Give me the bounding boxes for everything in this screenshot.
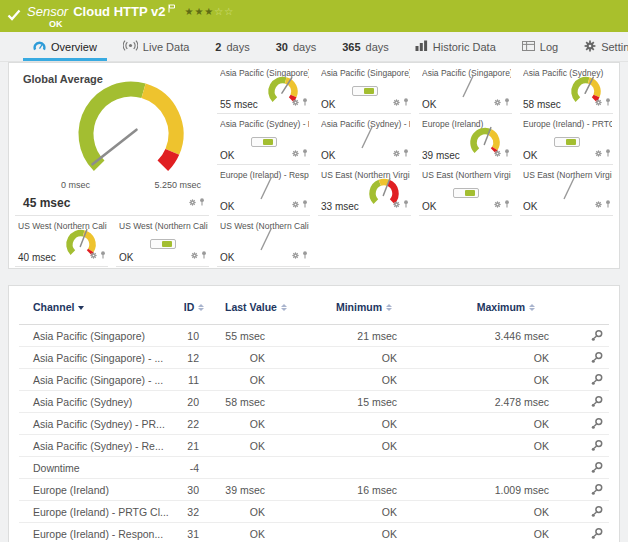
- channel-gauge-tile[interactable]: US East (Northern Virginia) - ...OK: [419, 165, 512, 216]
- tab-historic-data[interactable]: Historic Data: [402, 32, 509, 61]
- channel-row[interactable]: Downtime-4: [19, 457, 609, 479]
- channel-gauge-tile[interactable]: Europe (Ireland) - Response C...OK: [217, 165, 310, 216]
- channel-row[interactable]: Europe (Ireland) - Respon...31OKOKOK: [19, 523, 609, 542]
- channel-gauge-tile[interactable]: Asia Pacific (Sydney) - Respo...OK: [318, 114, 411, 165]
- tab-overview[interactable]: Overview: [20, 32, 110, 61]
- tile-gear-icon[interactable]: [292, 143, 299, 161]
- channel-gauge-tile[interactable]: Europe (Ireland)39 msec: [419, 114, 512, 165]
- tile-pin-icon[interactable]: [403, 194, 409, 212]
- tile-gear-icon[interactable]: [494, 194, 501, 212]
- tile-pin-icon[interactable]: [302, 245, 308, 263]
- channel-row[interactable]: Asia Pacific (Sydney)2058 msec15 msec2.4…: [19, 391, 609, 413]
- channel-gauge-tile[interactable]: US East (Northern Virginia)33 msec: [318, 165, 411, 216]
- channel-settings-wrench-icon[interactable]: [579, 395, 615, 408]
- tile-pin-icon[interactable]: [302, 194, 308, 212]
- tile-gear-icon[interactable]: [292, 92, 299, 110]
- channel-settings-wrench-icon[interactable]: [579, 461, 615, 474]
- tab-live-data[interactable]: Live Data: [110, 32, 202, 61]
- channel-settings-wrench-icon[interactable]: [579, 373, 615, 386]
- last-value-cell: OK: [217, 440, 295, 452]
- priority-stars[interactable]: ★★★☆☆: [184, 7, 234, 17]
- channel-gauge-tile[interactable]: Asia Pacific (Singapore) - PR...OK: [318, 63, 411, 114]
- tile-pin-icon[interactable]: [605, 194, 611, 212]
- tile-gear-icon[interactable]: [393, 194, 400, 212]
- channel-gauge-tile[interactable]: Asia Pacific (Sydney)58 msec: [520, 63, 613, 114]
- tab-log[interactable]: Log: [509, 32, 571, 61]
- last-value-cell: OK: [217, 374, 295, 386]
- tile-pin-icon[interactable]: [504, 143, 510, 161]
- tile-gear-icon[interactable]: [393, 92, 400, 110]
- tile-gear-icon[interactable]: [292, 245, 299, 263]
- column-header-min[interactable]: Minimum: [295, 302, 433, 313]
- last-value-cell: 58 msec: [217, 396, 295, 408]
- tile-gear-icon[interactable]: [595, 92, 602, 110]
- tile-gear-icon[interactable]: [595, 143, 602, 161]
- channel-settings-wrench-icon[interactable]: [579, 351, 615, 364]
- channel-name-cell: Asia Pacific (Sydney) - Re...: [19, 440, 171, 452]
- tile-title: US West (Northern California)...: [119, 221, 208, 231]
- tile-pin-icon[interactable]: [302, 143, 308, 161]
- minimum-cell: OK: [295, 440, 433, 452]
- tile-gear-icon[interactable]: [292, 194, 299, 212]
- tile-pin-icon[interactable]: [100, 245, 106, 263]
- tile-gear-icon[interactable]: [393, 143, 400, 161]
- channel-row[interactable]: Europe (Ireland)3039 msec16 msec1.009 ms…: [19, 479, 609, 501]
- tile-pin-icon[interactable]: [199, 192, 205, 210]
- tile-pin-icon[interactable]: [201, 245, 207, 263]
- tile-gear-icon[interactable]: [595, 194, 602, 212]
- tile-gear-icon[interactable]: [90, 245, 97, 263]
- channel-gauge-tile[interactable]: Asia Pacific (Sydney) - PRTG ...OK: [217, 114, 310, 165]
- channel-row[interactable]: Asia Pacific (Sydney) - Re...21OKOKOK: [19, 435, 609, 457]
- channel-row[interactable]: Asia Pacific (Singapore) - ...11OKOKOK: [19, 369, 609, 391]
- flag-icon[interactable]: [168, 1, 176, 16]
- tile-gear-icon[interactable]: [494, 143, 501, 161]
- minimum-cell: OK: [295, 418, 433, 430]
- tab-2-days[interactable]: 2days: [202, 32, 262, 61]
- channel-row[interactable]: Europe (Ireland) - PRTG Cl...32OKOKOK: [19, 501, 609, 523]
- gauge-tile-grid: Global Average0 msec5.250 msec45 msecAsi…: [9, 63, 619, 267]
- tile-gear-icon[interactable]: [191, 245, 198, 263]
- tab-bar: OverviewLive Data2days30days365daysHisto…: [0, 32, 628, 62]
- channel-settings-wrench-icon[interactable]: [579, 527, 615, 540]
- tile-pin-icon[interactable]: [403, 143, 409, 161]
- channel-gauge-tile[interactable]: US West (Northern California)40 msec: [15, 216, 108, 267]
- channel-settings-wrench-icon[interactable]: [579, 505, 615, 518]
- settings-gear-icon: [584, 40, 596, 54]
- channel-settings-wrench-icon[interactable]: [579, 417, 615, 430]
- tab-label: days: [366, 41, 389, 53]
- tab-settings[interactable]: Settings: [571, 32, 628, 61]
- channel-row[interactable]: Asia Pacific (Singapore) - ...12OKOKOK: [19, 347, 609, 369]
- tile-value: OK: [523, 150, 537, 161]
- tile-pin-icon[interactable]: [504, 194, 510, 212]
- last-value-cell: OK: [217, 352, 295, 364]
- channel-gauge-tile[interactable]: US West (Northern California)...OK: [217, 216, 310, 267]
- tab-30-days[interactable]: 30days: [263, 32, 330, 61]
- tile-pin-icon[interactable]: [605, 143, 611, 161]
- channel-gauge-tile[interactable]: US East (Northern Virginia) - ...OK: [520, 165, 613, 216]
- column-header-last[interactable]: Last Value: [217, 302, 295, 313]
- channel-id-cell: 20: [171, 396, 217, 408]
- tile-pin-icon[interactable]: [403, 92, 409, 110]
- channel-row[interactable]: Asia Pacific (Singapore)1055 msec21 msec…: [19, 325, 609, 347]
- channel-settings-wrench-icon[interactable]: [579, 483, 615, 496]
- global-average-gauge-tile[interactable]: Global Average0 msec5.250 msec45 msec: [15, 63, 209, 216]
- channel-row[interactable]: Asia Pacific (Sydney) - PR...22OKOKOK: [19, 413, 609, 435]
- column-header-channel[interactable]: Channel: [19, 302, 171, 313]
- channel-gauge-tile[interactable]: Europe (Ireland) - PRTG Cloud...OK: [520, 114, 613, 165]
- channel-gauge-tile[interactable]: US West (Northern California)...OK: [116, 216, 209, 267]
- channel-gauge-tile[interactable]: Asia Pacific (Singapore)55 msec: [217, 63, 310, 114]
- column-header-id[interactable]: ID: [171, 302, 217, 313]
- tile-pin-icon[interactable]: [504, 92, 510, 110]
- tile-pin-icon[interactable]: [302, 92, 308, 110]
- minimum-cell: 16 msec: [295, 484, 433, 496]
- tile-gear-icon[interactable]: [494, 92, 501, 110]
- channel-settings-wrench-icon[interactable]: [579, 329, 615, 342]
- tile-title: Asia Pacific (Singapore) - PR...: [321, 68, 410, 78]
- column-header-max[interactable]: Maximum: [433, 302, 579, 313]
- tile-gear-icon[interactable]: [189, 192, 196, 210]
- tile-pin-icon[interactable]: [605, 92, 611, 110]
- channel-settings-wrench-icon[interactable]: [579, 439, 615, 452]
- channel-gauge-tile[interactable]: Asia Pacific (Singapore) - Res...OK: [419, 63, 512, 114]
- tab-label: Log: [540, 41, 558, 53]
- tab-365-days[interactable]: 365days: [329, 32, 402, 61]
